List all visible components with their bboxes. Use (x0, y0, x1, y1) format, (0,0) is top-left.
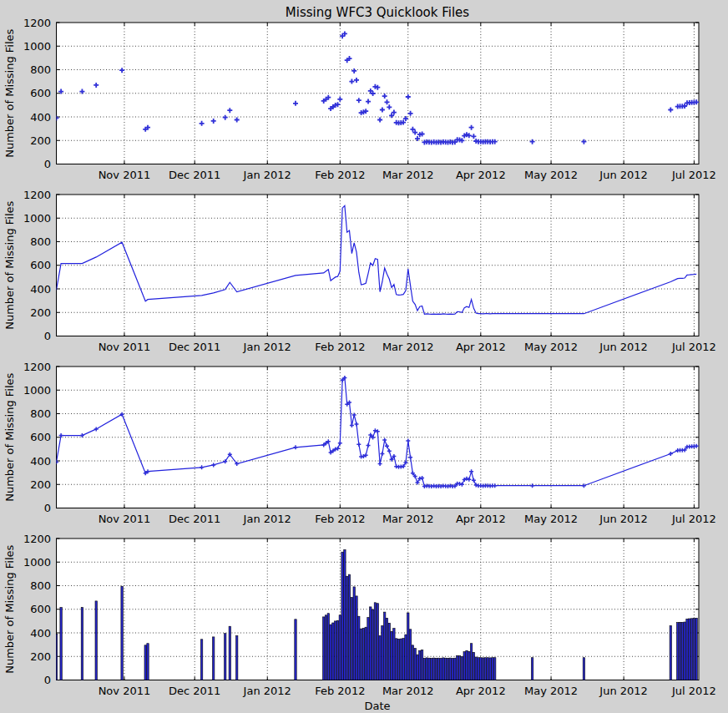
data-bar (583, 658, 584, 680)
x-tick-label: Jun 2012 (599, 513, 648, 525)
data-bar (433, 658, 435, 680)
x-tick-label: Dec 2011 (169, 169, 220, 181)
data-bar (147, 644, 149, 680)
data-bar (440, 658, 442, 680)
x-tick-label: Jan 2012 (243, 685, 291, 697)
x-tick-label: Jul 2012 (671, 169, 716, 181)
y-tick-label: 400 (30, 283, 51, 296)
x-tick-label: Feb 2012 (315, 169, 365, 181)
panel-bar: 020040060080010001200Nov 2011Dec 2011Jan… (3, 533, 716, 697)
x-tick-label: Jul 2012 (671, 341, 716, 353)
x-tick-label: Jan 2012 (243, 513, 291, 525)
y-tick-label: 600 (30, 259, 51, 271)
data-bar (397, 639, 399, 680)
plot-area (57, 23, 700, 164)
data-bar (463, 652, 465, 680)
data-bar (414, 649, 416, 680)
y-tick-label: 1000 (23, 212, 51, 225)
data-bar (386, 618, 387, 680)
x-tick-label: Mar 2012 (382, 513, 434, 525)
data-bar (407, 613, 409, 680)
data-bar (405, 635, 407, 680)
data-bar (344, 549, 346, 680)
data-bar (391, 631, 392, 680)
data-bar (374, 603, 376, 680)
panel-line-markers: 020040060080010001200Nov 2011Dec 2011Jan… (3, 361, 716, 525)
data-bar (400, 639, 402, 680)
x-tick-label: Nov 2011 (99, 685, 151, 697)
data-bar (442, 658, 444, 680)
data-bar (325, 615, 326, 680)
x-tick-label: Jul 2012 (671, 513, 716, 525)
data-bar (454, 658, 456, 680)
data-bar (393, 629, 395, 680)
data-bar (695, 618, 697, 680)
data-bar (452, 658, 453, 680)
data-bar (55, 634, 57, 680)
data-bar (494, 658, 496, 680)
x-tick-label: Feb 2012 (315, 685, 365, 697)
y-tick-label: 400 (30, 455, 51, 468)
data-bar (478, 658, 479, 680)
data-bar (362, 628, 364, 680)
data-bar (409, 630, 411, 680)
data-bar (365, 627, 367, 680)
data-bar (348, 574, 350, 680)
x-tick-label: Mar 2012 (382, 685, 434, 697)
data-bar (482, 658, 483, 680)
data-bar (423, 658, 425, 680)
data-bar (466, 650, 468, 680)
panel-line: 020040060080010001200Nov 2011Dec 2011Jan… (3, 189, 716, 353)
data-bar (360, 629, 361, 680)
x-tick-label: Dec 2011 (169, 513, 220, 525)
data-bar (367, 618, 369, 680)
figure-canvas: Missing WFC3 Quicklook Files 02004006008… (0, 0, 728, 713)
y-tick-label: 600 (30, 87, 51, 99)
data-bar (200, 640, 202, 680)
data-bar (531, 658, 533, 680)
y-tick-label: 400 (30, 111, 51, 124)
y-axis-title: Number of Missing Files (3, 544, 16, 673)
x-tick-label: Nov 2011 (99, 169, 151, 181)
x-axis-title: Date (364, 700, 390, 712)
data-bar (402, 639, 404, 680)
data-bar (681, 622, 683, 680)
data-bar (426, 658, 427, 680)
data-bar (470, 644, 472, 680)
data-bar (335, 621, 336, 680)
data-bar (670, 626, 671, 680)
x-tick-label: Dec 2011 (169, 341, 220, 353)
data-bar (396, 639, 397, 680)
data-bar (677, 623, 679, 680)
data-bar (144, 645, 146, 680)
data-bar (339, 615, 341, 680)
data-bar (421, 650, 422, 680)
x-tick-label: Apr 2012 (456, 341, 506, 353)
x-tick-label: Jun 2012 (599, 685, 648, 697)
data-bar (95, 601, 97, 680)
data-bar (384, 612, 386, 680)
data-bar (353, 587, 355, 680)
y-tick-label: 1200 (23, 189, 51, 201)
x-tick-label: Mar 2012 (382, 341, 434, 353)
x-tick-label: May 2012 (524, 341, 578, 353)
y-tick-label: 800 (30, 407, 51, 420)
x-tick-label: Nov 2011 (99, 513, 151, 525)
y-tick-label: 600 (30, 431, 51, 443)
data-bar (229, 626, 230, 680)
data-bar (372, 609, 373, 680)
data-bar (461, 656, 463, 680)
data-bar (121, 586, 123, 680)
data-bar (686, 619, 688, 680)
y-axis-title: Number of Missing Files (3, 200, 16, 329)
data-bar (351, 598, 352, 680)
data-bar (458, 656, 460, 680)
x-tick-label: Mar 2012 (382, 169, 434, 181)
data-bar (431, 658, 432, 680)
y-tick-label: 800 (30, 63, 51, 76)
x-tick-label: Jun 2012 (599, 169, 648, 181)
y-tick-label: 200 (30, 134, 51, 147)
y-tick-label: 400 (30, 627, 51, 640)
data-bar (81, 608, 83, 680)
data-bar (449, 658, 451, 680)
